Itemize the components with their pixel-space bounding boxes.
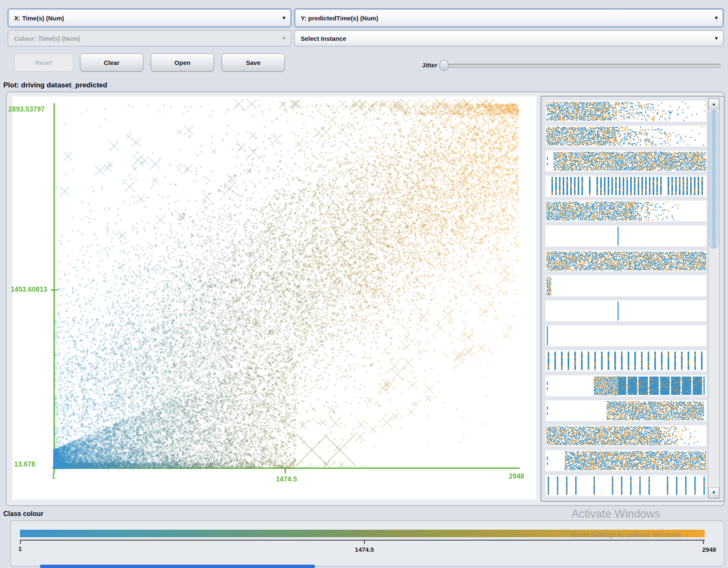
x-axis-mid-label: 1474.5: [270, 476, 303, 483]
reset-button[interactable]: Reset: [14, 53, 73, 72]
x-axis-max-label: 2948: [509, 473, 524, 480]
weka-visualize-window: X: Time(s) (Num) ▼ Y: predictedTime(s) (…: [0, 0, 728, 568]
y-axis-min-label: 13.678: [14, 461, 35, 468]
chevron-down-icon: ▼: [282, 15, 291, 21]
class-axis-tick-min: [20, 540, 21, 544]
scroll-down-icon: ▼: [712, 490, 716, 495]
chevron-down-icon: ▼: [714, 15, 723, 21]
class-mid-label: 1474.5: [348, 546, 381, 553]
plot-title: Plot: driving dataset_predicted: [3, 81, 107, 89]
class-max-label: 2948: [702, 546, 716, 553]
attribute-panel-scrollbar[interactable]: ▲ ▼: [708, 98, 720, 499]
x-attribute-dropdown[interactable]: X: Time(s) (Num) ▼: [7, 8, 292, 27]
y-axis-max-label: 2893.53797: [8, 106, 45, 113]
taskbar-edge-strip: [40, 565, 315, 568]
class-colour-axis: [20, 540, 705, 541]
scroll-up-button[interactable]: ▲: [708, 99, 719, 109]
activate-windows-watermark: Activate Windows: [571, 508, 660, 521]
x-axis-min-label: 1: [52, 473, 55, 480]
select-instance-value: Select Instance: [295, 35, 714, 42]
y-attribute-value: Y: predictedTime(s) (Num): [295, 15, 714, 22]
scatter-plot-area[interactable]: [12, 97, 536, 499]
chevron-down-icon: ▼: [282, 35, 291, 41]
scroll-down-button[interactable]: ▼: [708, 487, 719, 498]
attribute-strips-canvas[interactable]: [546, 101, 706, 497]
class-colour-panel: [10, 520, 725, 567]
scrollbar-thumb[interactable]: [709, 110, 718, 248]
colour-attribute-value: Colour: Time(s) (Num): [8, 35, 282, 42]
scroll-up-icon: ▲: [712, 102, 716, 106]
jitter-label: Jitter: [417, 62, 437, 69]
scatter-canvas[interactable]: [12, 97, 536, 499]
x-attribute-value: X: Time(s) (Num): [8, 15, 282, 22]
class-min-label: 1: [18, 545, 22, 552]
class-colour-label: Class colour: [3, 510, 43, 518]
class-axis-tick-mid: [364, 540, 365, 544]
jitter-slider-thumb[interactable]: [439, 60, 449, 71]
select-instance-dropdown[interactable]: Select Instance ▼: [294, 30, 724, 47]
y-attribute-dropdown[interactable]: Y: predictedTime(s) (Num) ▼: [294, 8, 724, 27]
jitter-slider[interactable]: [442, 64, 721, 68]
y-axis-mid-label: 1453.60813: [11, 286, 47, 293]
class-axis-tick-max: [703, 540, 704, 544]
save-button[interactable]: Save: [222, 53, 285, 72]
open-button[interactable]: Open: [151, 53, 214, 72]
chevron-down-icon: ▼: [714, 35, 723, 41]
clear-button[interactable]: Clear: [80, 53, 143, 72]
colour-attribute-dropdown[interactable]: Colour: Time(s) (Num) ▼: [7, 30, 292, 47]
activate-windows-subtext: Go to Settings to activate Windows: [571, 531, 681, 539]
